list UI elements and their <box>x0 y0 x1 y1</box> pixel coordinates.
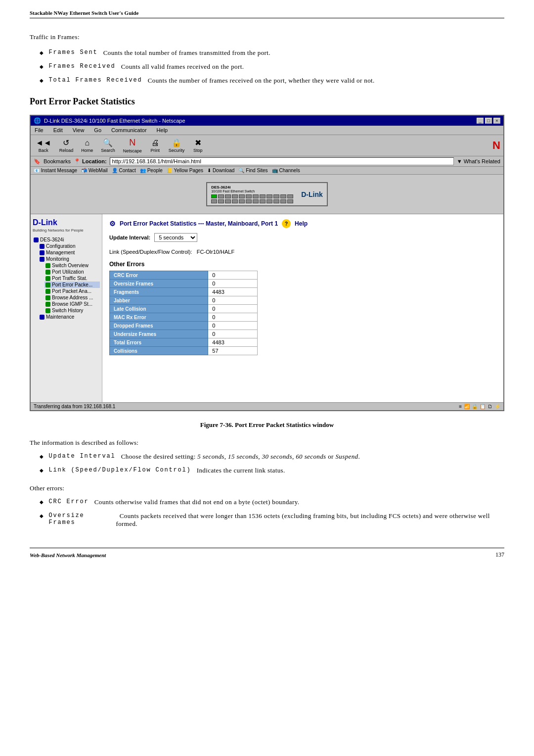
port-7 <box>253 194 259 198</box>
bookmark-download[interactable]: ⬇ Download <box>207 168 234 173</box>
label-oversize-frames: Oversize Frames <box>110 280 208 288</box>
sidebar-item-des3624i[interactable]: DES-3624i <box>33 236 100 243</box>
sidebar-item-switch-overview[interactable]: Switch Overview <box>44 262 100 269</box>
sidebar-tagline: Building Networks for People <box>33 228 100 233</box>
sidebar-item-browse-igmp[interactable]: Browse IGMP St... <box>44 301 100 307</box>
bookmark-people[interactable]: 👥 People <box>140 168 163 173</box>
term-frames-sent: Frames Sent <box>48 49 97 56</box>
port-4 <box>232 194 238 198</box>
bookmark-channels[interactable]: 📺 Channels <box>272 168 300 173</box>
term-link-control: Link (Speed/Duplex/Flow Control) <box>48 467 191 473</box>
table-row-dropped-frames: Dropped Frames 0 <box>110 322 258 330</box>
reload-button[interactable]: ↺ Reload <box>57 137 76 154</box>
status-icon-4: 📋 <box>480 404 486 409</box>
browser-window: 🌐 D-Link DES-3624i 10/100 Fast Ethernet … <box>30 115 504 411</box>
switch-graphic: DES-3624i 10/100 Fast Ethernet Switch <box>31 175 503 214</box>
sidebar-icon-port-packet <box>45 289 50 294</box>
sidebar-label-switch-overview: Switch Overview <box>52 263 89 268</box>
menu-go[interactable]: Go <box>92 127 103 134</box>
menu-edit[interactable]: Edit <box>51 127 65 134</box>
link-value: FC-Olr10/HALF <box>197 249 234 255</box>
sidebar-icon-management <box>40 250 44 255</box>
netscape-icon: N <box>129 138 135 148</box>
menu-view[interactable]: View <box>71 127 87 134</box>
titlebar-title-group: 🌐 D-Link DES-3624i 10/100 Fast Ethernet … <box>34 117 185 124</box>
sidebar-item-port-utilization[interactable]: Port Utilization <box>44 269 100 275</box>
label-dropped-frames: Dropped Frames <box>110 322 208 330</box>
term-update-interval: Update Interval <box>48 453 115 460</box>
print-label: Print <box>151 148 160 153</box>
bookmark-find-sites[interactable]: 🔍 Find Sites <box>238 168 267 173</box>
value-undersize-frames: 0 <box>208 330 258 338</box>
other-errors-heading: Other Errors <box>109 261 496 268</box>
update-interval-row: Update Interval: 5 seconds 15 seconds 30… <box>109 233 496 242</box>
switch-device: DES-3624i 10/100 Fast Ethernet Switch <box>206 182 328 206</box>
browser-icon: 🌐 <box>34 117 41 124</box>
status-bar: Transferring data from 192.168.168.1 ≡ 📶… <box>31 402 503 410</box>
sidebar-item-port-traffic-stat[interactable]: Port Traffic Stat. <box>44 275 100 282</box>
port-9 <box>267 194 272 198</box>
sidebar-icon-switch-history <box>45 308 50 313</box>
table-row-late-collision: Late Collision 0 <box>110 305 258 313</box>
help-icon: ? <box>285 221 288 227</box>
label-total-errors: Total Errors <box>110 338 208 347</box>
value-total-errors: 4483 <box>208 338 258 347</box>
bullet-frames-received: Frames Received Counts all valid frames … <box>40 63 504 71</box>
sidebar-item-port-error-packet[interactable]: Port Error Packe... <box>44 282 100 288</box>
status-icon-6: ⚡ <box>494 404 500 409</box>
port-21 <box>267 199 272 203</box>
menu-file[interactable]: File <box>33 127 45 134</box>
desc-update-interval: Choose the desired setting: 5 seconds, 1… <box>117 453 360 461</box>
sidebar-item-switch-history[interactable]: Switch History <box>44 307 100 314</box>
browser-titlebar: 🌐 D-Link DES-3624i 10/100 Fast Ethernet … <box>31 116 503 126</box>
sidebar-item-monitoring[interactable]: Monitoring <box>39 256 100 262</box>
port-20 <box>260 199 266 203</box>
back-button[interactable]: ◄◄ Back <box>34 138 53 154</box>
value-oversize-frames: 0 <box>208 280 258 288</box>
browser-menubar: File Edit View Go Communicator Help <box>31 126 503 135</box>
port-1 <box>211 194 217 198</box>
security-button[interactable]: 🔒 Security <box>167 137 187 154</box>
bookmark-instant-message[interactable]: 📧 Instant Message <box>34 168 77 173</box>
whats-related-button[interactable]: ▼ What's Related <box>457 158 500 164</box>
menu-help[interactable]: Help <box>155 127 170 134</box>
value-crc-error: 0 <box>208 271 258 280</box>
stop-label: Stop <box>193 148 203 153</box>
sidebar-item-maintenance[interactable]: Maintenance <box>39 314 100 320</box>
port-12 <box>287 194 293 198</box>
sidebar-label-switch-history: Switch History <box>52 308 83 313</box>
netscape-button[interactable]: N Netscape <box>121 137 144 154</box>
browser-toolbar: ◄◄ Back ↺ Reload ⌂ Home 🔍 Search N Netsc… <box>31 135 503 156</box>
value-late-collision: 0 <box>208 305 258 313</box>
menu-communicator[interactable]: Communicator <box>109 127 149 134</box>
sidebar-item-browse-address[interactable]: Browse Address ... <box>44 294 100 301</box>
help-badge[interactable]: ? <box>282 219 291 228</box>
sidebar-icon-configuration <box>40 244 44 249</box>
close-button[interactable]: × <box>493 118 500 124</box>
location-label: 📍 Location: <box>74 158 107 165</box>
minimize-button[interactable]: _ <box>477 118 484 124</box>
sidebar-item-port-packet-ana[interactable]: Port Packet Ana... <box>44 288 100 294</box>
sidebar-item-management[interactable]: Management <box>39 249 100 256</box>
update-interval-select[interactable]: 5 seconds 15 seconds 30 seconds 60 secon… <box>154 233 197 242</box>
bookmark-yellow-pages[interactable]: 📒 Yellow Pages <box>167 168 203 173</box>
home-button[interactable]: ⌂ Home <box>79 138 95 154</box>
stop-button[interactable]: ✖ Stop <box>190 137 205 154</box>
sidebar-logo: D-Link <box>33 218 100 227</box>
security-label: Security <box>169 148 185 153</box>
status-text: Transferring data from 192.168.168.1 <box>34 404 115 409</box>
bookmark-contact[interactable]: 👤 Contact <box>112 168 136 173</box>
search-button[interactable]: 🔍 Search <box>99 137 117 154</box>
maximize-button[interactable]: □ <box>485 118 492 124</box>
bullet-oversize-frames: Oversize Frames Counts packets received … <box>40 512 504 528</box>
bookmark-webmail[interactable]: 📬 WebMail <box>81 168 108 173</box>
sidebar-icon-browse-igmp <box>45 302 50 307</box>
errors-table: CRC Error 0 Oversize Frames 0 Fragments … <box>109 271 258 355</box>
sidebar-item-configuration[interactable]: Configuration <box>39 243 100 249</box>
table-row-oversize: Oversize Frames 0 <box>110 280 258 288</box>
location-input[interactable] <box>110 157 454 165</box>
sidebar-icon-des3624i <box>34 237 39 242</box>
bullet-crc-error: CRC Error Counts otherwise valid frames … <box>40 498 504 506</box>
section-heading: Port Error Packet Statistics <box>30 96 504 107</box>
print-button[interactable]: 🖨 Print <box>148 138 163 154</box>
